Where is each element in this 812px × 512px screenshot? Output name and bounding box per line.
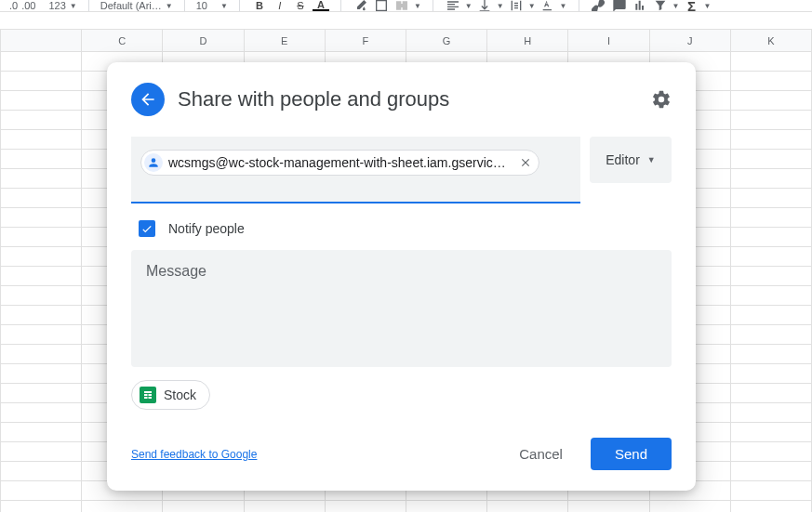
merge-cells-icon[interactable] bbox=[393, 0, 410, 11]
cell[interactable] bbox=[731, 247, 812, 267]
cell[interactable] bbox=[1, 130, 82, 150]
cell[interactable] bbox=[1, 169, 82, 189]
cell[interactable] bbox=[1, 91, 82, 111]
cell[interactable] bbox=[731, 91, 812, 111]
cell[interactable] bbox=[1, 228, 82, 247]
cell[interactable] bbox=[731, 462, 812, 481]
cell[interactable] bbox=[1, 501, 82, 512]
feedback-link[interactable]: Send feedback to Google bbox=[131, 448, 257, 461]
cancel-button[interactable]: Cancel bbox=[502, 438, 579, 470]
people-input[interactable]: wcsmgs@wc-stock-management-with-sheet.ia… bbox=[131, 137, 580, 203]
fill-color-icon[interactable] bbox=[353, 0, 369, 11]
cell[interactable] bbox=[731, 267, 812, 286]
cell[interactable] bbox=[487, 501, 568, 512]
cell[interactable] bbox=[731, 423, 812, 442]
cell[interactable] bbox=[1, 72, 82, 91]
cell[interactable] bbox=[1, 423, 82, 442]
col-header[interactable]: I bbox=[568, 30, 649, 51]
decrease-decimals-icon[interactable]: .0 bbox=[9, 0, 18, 11]
cell[interactable] bbox=[731, 130, 812, 150]
cell[interactable] bbox=[1, 189, 82, 208]
cell[interactable] bbox=[731, 364, 812, 384]
send-button[interactable]: Send bbox=[591, 438, 672, 470]
cell[interactable] bbox=[1, 364, 82, 384]
cell[interactable] bbox=[731, 111, 812, 130]
borders-icon[interactable] bbox=[373, 0, 390, 11]
insert-comment-icon[interactable] bbox=[611, 0, 628, 11]
cell[interactable] bbox=[650, 501, 731, 512]
cell[interactable] bbox=[406, 501, 487, 512]
col-header[interactable] bbox=[1, 30, 82, 51]
cell[interactable] bbox=[731, 52, 812, 72]
cell[interactable] bbox=[731, 501, 812, 512]
col-header[interactable]: E bbox=[245, 30, 326, 51]
cell[interactable] bbox=[731, 403, 812, 423]
role-dropdown[interactable]: Editor ▼ bbox=[590, 137, 672, 183]
cell[interactable] bbox=[731, 481, 812, 501]
col-header[interactable]: K bbox=[731, 30, 812, 51]
cell[interactable] bbox=[731, 208, 812, 228]
cell[interactable] bbox=[82, 501, 163, 512]
cell[interactable] bbox=[1, 111, 82, 130]
cell[interactable] bbox=[731, 189, 812, 208]
text-rotation-icon[interactable] bbox=[539, 0, 556, 11]
cell[interactable] bbox=[1, 306, 82, 325]
cell[interactable] bbox=[1, 286, 82, 306]
cell[interactable] bbox=[731, 286, 812, 306]
italic-icon[interactable]: I bbox=[272, 0, 288, 11]
font-size-dropdown[interactable]: 10 ▼ bbox=[193, 0, 232, 11]
cell[interactable] bbox=[1, 481, 82, 501]
horizontal-align-icon[interactable] bbox=[445, 0, 461, 11]
cell[interactable] bbox=[1, 462, 82, 481]
cell[interactable] bbox=[1, 442, 82, 462]
cell[interactable] bbox=[1, 267, 82, 286]
cell[interactable] bbox=[731, 384, 812, 403]
cell[interactable] bbox=[1, 150, 82, 169]
attachment-name: Stock bbox=[164, 387, 196, 402]
format-dropdown[interactable]: 123 ▼ bbox=[45, 0, 80, 11]
cell[interactable] bbox=[731, 72, 812, 91]
cell[interactable] bbox=[1, 403, 82, 423]
cell[interactable] bbox=[731, 169, 812, 189]
remove-chip-icon[interactable] bbox=[518, 155, 533, 170]
cell[interactable] bbox=[731, 442, 812, 462]
cell[interactable] bbox=[1, 247, 82, 267]
col-header[interactable]: H bbox=[487, 30, 568, 51]
cell[interactable] bbox=[568, 501, 649, 512]
cell[interactable] bbox=[731, 306, 812, 325]
text-color-icon[interactable]: A bbox=[313, 0, 329, 11]
col-header[interactable]: D bbox=[163, 30, 244, 51]
cell[interactable] bbox=[1, 384, 82, 403]
message-textarea[interactable]: Message bbox=[131, 250, 672, 367]
font-family-dropdown[interactable]: Default (Ari… ▼ bbox=[97, 0, 177, 11]
cell[interactable] bbox=[731, 345, 812, 364]
cell[interactable] bbox=[1, 208, 82, 228]
functions-icon[interactable]: Σ bbox=[683, 0, 699, 11]
col-header[interactable]: F bbox=[326, 30, 406, 51]
cell[interactable] bbox=[1, 52, 82, 72]
email-chip: wcsmgs@wc-stock-management-with-sheet.ia… bbox=[140, 150, 539, 176]
filter-icon[interactable] bbox=[652, 0, 669, 11]
col-header[interactable]: J bbox=[650, 30, 731, 51]
cell[interactable] bbox=[731, 150, 812, 169]
strikethrough-icon[interactable]: S bbox=[292, 0, 309, 11]
gear-icon[interactable] bbox=[651, 89, 672, 110]
col-header[interactable]: C bbox=[82, 30, 163, 51]
vertical-align-icon[interactable] bbox=[476, 0, 493, 11]
cell[interactable] bbox=[731, 325, 812, 345]
cell[interactable] bbox=[731, 228, 812, 247]
cell[interactable] bbox=[163, 501, 244, 512]
col-header[interactable]: G bbox=[406, 30, 487, 51]
cell[interactable] bbox=[326, 501, 406, 512]
increase-decimals-icon[interactable]: .00 bbox=[21, 0, 35, 11]
cell[interactable] bbox=[245, 501, 326, 512]
text-wrap-icon[interactable] bbox=[508, 0, 525, 11]
notify-checkbox[interactable] bbox=[139, 220, 155, 237]
cell[interactable] bbox=[1, 325, 82, 345]
cell[interactable] bbox=[1, 345, 82, 364]
insert-link-icon[interactable] bbox=[591, 0, 607, 11]
formula-bar[interactable] bbox=[0, 11, 812, 30]
back-button[interactable] bbox=[131, 83, 165, 116]
insert-chart-icon[interactable] bbox=[632, 0, 648, 11]
bold-icon[interactable]: B bbox=[251, 0, 268, 11]
